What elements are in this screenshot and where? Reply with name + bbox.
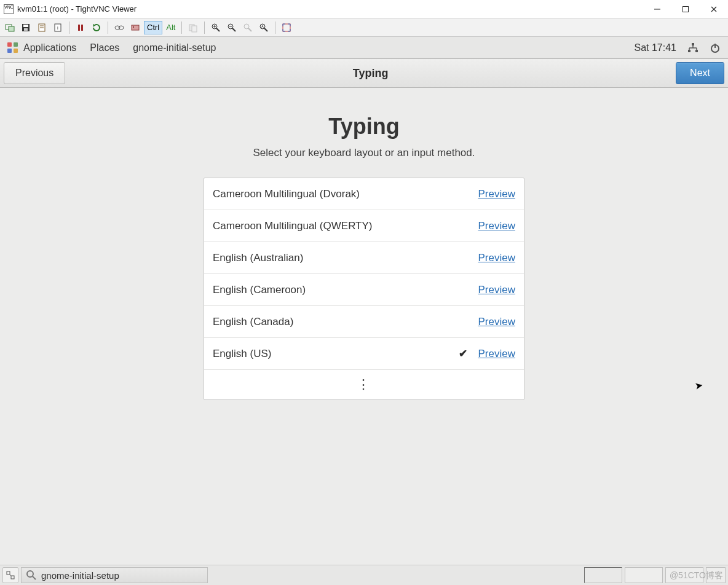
setup-header-title: Typing	[65, 67, 676, 80]
fullscreen-icon[interactable]	[279, 20, 294, 35]
applications-icon	[7, 42, 18, 53]
taskbar-app-label: gnome-initial-setup	[41, 570, 119, 581]
keyboard-layout-row[interactable]: Cameroon Multilingual (QWERTY) Preview	[204, 210, 524, 242]
close-button[interactable]	[700, 0, 728, 18]
zoom-auto-icon[interactable]: A	[256, 20, 271, 35]
network-icon[interactable]	[687, 42, 698, 53]
more-icon: ⋮	[357, 378, 371, 391]
app-menu[interactable]: gnome-initial-setup	[133, 42, 216, 53]
svg-rect-20	[133, 26, 134, 28]
send-keys-icon[interactable]	[128, 20, 143, 35]
layout-name: English (Cameroon)	[213, 284, 478, 296]
preview-link[interactable]: Preview	[478, 188, 515, 200]
gnome-taskbar: gnome-initial-setup	[0, 565, 728, 585]
svg-rect-46	[11, 576, 14, 579]
svg-rect-19	[132, 25, 139, 30]
keyboard-layout-row[interactable]: English (US) ✔ Preview	[204, 338, 524, 370]
keyboard-layout-row[interactable]: Cameroon Multilingual (Dvorak) Preview	[204, 178, 524, 210]
app-icon	[26, 570, 36, 580]
preview-link[interactable]: Preview	[478, 252, 515, 264]
page-subtitle: Select your keyboard layout or an input …	[0, 147, 728, 159]
svg-rect-37	[688, 50, 690, 52]
svg-rect-5	[9, 26, 14, 31]
keyboard-layout-list: Cameroon Multilingual (Dvorak) Preview C…	[204, 178, 524, 400]
svg-rect-22	[192, 26, 197, 32]
svg-rect-15	[81, 25, 83, 31]
taskbar-app-button[interactable]: gnome-initial-setup	[21, 567, 208, 583]
zoom-100-icon[interactable]	[240, 20, 255, 35]
previous-button[interactable]: Previous	[4, 62, 65, 84]
svg-rect-14	[78, 25, 80, 31]
layout-name: English (Canada)	[213, 316, 478, 328]
options-icon[interactable]	[34, 20, 49, 35]
keyboard-layout-row[interactable]: English (Australian) Preview	[204, 242, 524, 274]
ctrl-toggle[interactable]: Ctrl	[144, 21, 162, 34]
applications-menu[interactable]: Applications	[23, 42, 76, 53]
window-controls	[643, 0, 728, 18]
svg-line-47	[10, 575, 11, 576]
svg-rect-8	[24, 28, 28, 31]
svg-rect-1	[683, 6, 689, 12]
svg-text:i: i	[57, 25, 58, 31]
gnome-top-panel: Applications Places gnome-initial-setup …	[0, 37, 728, 59]
power-icon[interactable]	[710, 42, 721, 53]
svg-rect-45	[7, 571, 10, 575]
svg-line-31	[248, 28, 251, 31]
layout-name: Cameroon Multilingual (Dvorak)	[213, 188, 478, 200]
pause-icon[interactable]	[73, 20, 88, 35]
setup-body: Typing Select your keyboard layout or an…	[0, 88, 728, 565]
page-title: Typing	[0, 114, 728, 139]
toolbar-separator	[275, 22, 275, 34]
svg-rect-35	[283, 24, 290, 31]
alt-toggle[interactable]: Alt	[164, 21, 178, 34]
svg-point-18	[119, 26, 124, 29]
svg-text:A: A	[262, 25, 264, 28]
keyboard-layout-row[interactable]: English (Cameroon) Preview	[204, 274, 524, 306]
mouse-cursor-icon: ➤	[694, 379, 703, 392]
toolbar-separator	[69, 22, 69, 34]
preview-link[interactable]: Preview	[478, 284, 515, 296]
zoom-out-icon[interactable]	[224, 20, 239, 35]
save-icon[interactable]	[18, 20, 33, 35]
clock[interactable]: Sat 17:41	[635, 42, 677, 53]
window-titlebar: VNC kvm01:1 (root) - TightVNC Viewer	[0, 0, 728, 18]
layout-name: English (US)	[213, 348, 459, 360]
preview-link[interactable]: Preview	[478, 316, 515, 328]
next-button[interactable]: Next	[676, 62, 724, 84]
ctrl-alt-del-icon[interactable]	[112, 20, 127, 35]
show-desktop-button[interactable]	[2, 567, 18, 583]
tray-slot[interactable]	[584, 567, 622, 583]
svg-rect-38	[695, 50, 698, 52]
places-menu[interactable]: Places	[90, 42, 119, 53]
maximize-button[interactable]	[671, 0, 700, 18]
vnc-toolbar: i Ctrl Alt A	[0, 18, 728, 37]
window-title: kvm01:1 (root) - TightVNC Viewer	[17, 4, 136, 14]
preview-link[interactable]: Preview	[478, 220, 515, 232]
svg-rect-7	[23, 25, 28, 27]
minimize-button[interactable]	[643, 0, 671, 18]
svg-line-24	[216, 28, 220, 31]
connection-info-icon[interactable]: i	[50, 20, 65, 35]
transfer-files-icon[interactable]	[186, 20, 200, 35]
tray-slot[interactable]	[625, 567, 663, 583]
layout-name: English (Australian)	[213, 252, 478, 264]
keyboard-layout-row[interactable]: English (Canada) Preview	[204, 306, 524, 338]
vnc-app-icon: VNC	[4, 4, 14, 14]
svg-point-48	[27, 571, 33, 577]
checkmark-icon: ✔	[459, 347, 467, 360]
refresh-icon[interactable]	[89, 20, 104, 35]
setup-header: Previous Typing Next	[0, 59, 728, 88]
new-connection-icon[interactable]	[2, 20, 17, 35]
svg-point-30	[244, 24, 249, 29]
zoom-in-icon[interactable]	[208, 20, 223, 35]
toolbar-separator	[108, 22, 108, 34]
more-layouts-row[interactable]: ⋮	[204, 370, 524, 399]
preview-link[interactable]: Preview	[478, 348, 515, 360]
svg-line-49	[33, 576, 36, 579]
svg-line-28	[232, 28, 235, 31]
toolbar-separator	[181, 22, 182, 34]
watermark: @51CTO博客	[670, 570, 723, 581]
svg-rect-36	[692, 43, 694, 45]
svg-line-33	[264, 28, 267, 31]
layout-name: Cameroon Multilingual (QWERTY)	[213, 220, 478, 232]
